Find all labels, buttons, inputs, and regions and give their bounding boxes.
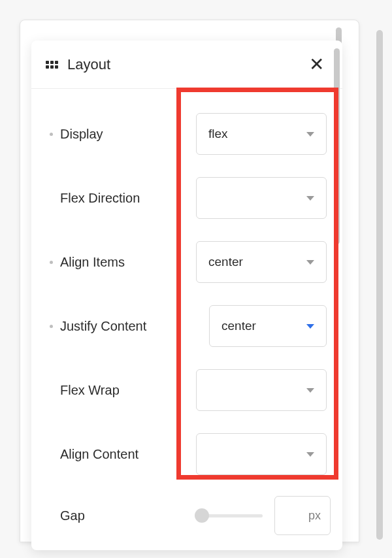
label-display: Display bbox=[60, 127, 103, 142]
panel-title: Layout bbox=[67, 56, 304, 73]
row-align-items: Align Items center bbox=[31, 230, 342, 294]
chevron-down-icon bbox=[306, 324, 314, 329]
panel-body: Display flex Flex Direction Align Items bbox=[31, 89, 342, 545]
chevron-down-icon bbox=[306, 388, 314, 393]
gap-slider[interactable] bbox=[196, 508, 263, 523]
row-display: Display flex bbox=[31, 102, 342, 166]
row-flex-wrap: Flex Wrap bbox=[31, 358, 342, 422]
label-flex-direction: Flex Direction bbox=[60, 191, 140, 206]
close-button[interactable]: ✕ bbox=[304, 53, 328, 76]
dropdown-align-items[interactable]: center bbox=[196, 241, 327, 283]
dropdown-flex-direction[interactable] bbox=[196, 177, 327, 219]
modified-dot bbox=[50, 261, 53, 264]
dropdown-value-display: flex bbox=[208, 127, 306, 141]
row-flex-direction: Flex Direction bbox=[31, 166, 342, 230]
layout-icon bbox=[46, 61, 58, 69]
panel-header: Layout ✕ bbox=[31, 41, 342, 89]
row-align-content: Align Content bbox=[31, 422, 342, 486]
label-align-content: Align Content bbox=[60, 447, 139, 462]
label-justify-content: Justify Content bbox=[60, 319, 146, 334]
dropdown-justify-content[interactable]: center bbox=[209, 305, 327, 347]
label-gap: Gap bbox=[60, 508, 196, 523]
dropdown-align-content[interactable] bbox=[196, 433, 327, 475]
chevron-down-icon bbox=[306, 452, 314, 457]
dropdown-flex-wrap[interactable] bbox=[196, 369, 327, 411]
label-flex-wrap: Flex Wrap bbox=[60, 383, 120, 398]
layout-panel: Layout ✕ Display flex Flex Direction bbox=[31, 41, 342, 550]
slider-thumb[interactable] bbox=[195, 508, 209, 523]
chevron-down-icon bbox=[306, 260, 314, 265]
gap-unit-label: px bbox=[308, 509, 321, 523]
gap-unit-input[interactable]: px bbox=[274, 496, 331, 535]
row-justify-content: Justify Content center bbox=[31, 294, 342, 358]
row-gap: Gap px bbox=[31, 486, 342, 545]
modified-dot bbox=[50, 133, 53, 136]
dropdown-value-justify-content: center bbox=[221, 319, 306, 333]
chevron-down-icon bbox=[306, 196, 314, 201]
chevron-down-icon bbox=[306, 132, 314, 137]
modified-dot bbox=[50, 325, 53, 328]
dropdown-display[interactable]: flex bbox=[196, 113, 327, 155]
outer-scrollbar[interactable] bbox=[376, 30, 383, 540]
dropdown-value-align-items: center bbox=[208, 255, 306, 269]
label-align-items: Align Items bbox=[60, 255, 125, 270]
